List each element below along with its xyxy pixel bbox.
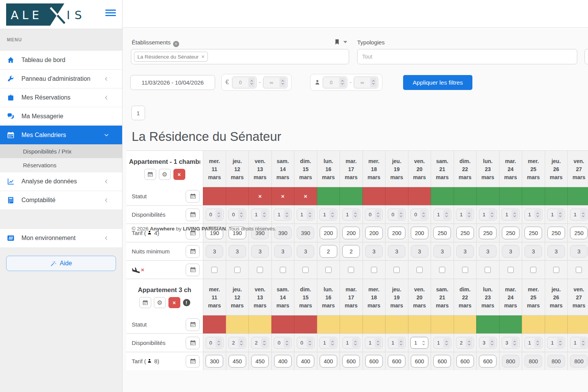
date-range-input[interactable]	[130, 75, 215, 90]
status-cell[interactable]	[203, 315, 226, 333]
extra-filter-input-cutoff[interactable]	[585, 49, 588, 64]
availability-spinner[interactable]: 0	[206, 337, 224, 349]
availability-spinner[interactable]: 0	[410, 209, 428, 220]
rate-input[interactable]: 200	[342, 227, 360, 239]
no-arrival-checkbox[interactable]	[325, 267, 332, 273]
no-arrival-checkbox[interactable]	[576, 267, 582, 273]
min-nights-input[interactable]: 3	[388, 245, 405, 258]
min-nights-input[interactable]: 3	[206, 245, 223, 258]
status-cell[interactable]	[226, 187, 249, 205]
spinner-arrows-icon[interactable]	[466, 210, 472, 219]
rate-input[interactable]: 390	[274, 227, 292, 239]
status-cell[interactable]	[385, 315, 408, 333]
availability-spinner[interactable]: 1	[456, 209, 474, 220]
spinner-arrows-icon[interactable]	[329, 210, 336, 219]
spinner-arrows-icon[interactable]	[339, 78, 346, 87]
spinner-arrows-icon[interactable]	[261, 338, 268, 348]
sidebar-item-0[interactable]: Tableau de bord	[0, 51, 122, 69]
availability-spinner[interactable]: 1	[433, 209, 451, 220]
spinner-arrows-icon[interactable]	[329, 338, 336, 348]
spinner-arrows-icon[interactable]	[261, 210, 268, 219]
status-cell[interactable]	[317, 315, 340, 333]
rate-input[interactable]: 200	[365, 227, 383, 239]
no-arrival-checkbox[interactable]	[280, 267, 286, 273]
spinner-arrows-icon[interactable]	[238, 338, 245, 348]
min-nights-input[interactable]: 3	[456, 245, 474, 258]
rate-input[interactable]: 450	[251, 355, 269, 368]
spinner-arrows-icon[interactable]	[370, 78, 377, 87]
rate-input[interactable]: 250	[502, 227, 519, 239]
status-cell[interactable]	[385, 187, 408, 205]
status-cell[interactable]: ×	[294, 187, 317, 205]
row-calendar-button[interactable]	[186, 190, 200, 203]
no-arrival-checkbox[interactable]	[371, 267, 377, 273]
rate-input[interactable]: 200	[388, 227, 405, 239]
spinner-arrows-icon[interactable]	[557, 210, 564, 219]
availability-spinner[interactable]: 1	[524, 209, 542, 220]
spinner-arrows-icon[interactable]	[398, 338, 404, 348]
status-cell[interactable]	[499, 315, 522, 333]
sidebar-item-1[interactable]: Panneau d'administration	[0, 69, 122, 88]
sidebar-item-8[interactable]: Comptabilité	[0, 191, 122, 209]
availability-spinner[interactable]: 1	[570, 337, 588, 349]
pagination-page-1[interactable]: 1	[131, 106, 145, 120]
availability-spinner[interactable]: 1	[433, 337, 451, 349]
rate-input[interactable]: 600	[411, 355, 428, 368]
min-nights-input[interactable]: 2	[342, 245, 360, 258]
spinner-arrows-icon[interactable]	[466, 338, 472, 348]
spinner-arrows-icon[interactable]	[580, 338, 586, 348]
status-cell[interactable]: ×	[248, 187, 271, 205]
spinner-arrows-icon[interactable]	[580, 210, 586, 219]
apartment-close-button[interactable]: ×	[173, 169, 185, 180]
spinner-arrows-icon[interactable]	[443, 338, 450, 348]
spinner-arrows-icon[interactable]	[307, 210, 313, 219]
alexis-logo[interactable]: ALE IS	[6, 3, 83, 27]
spinner-arrows-icon[interactable]	[489, 210, 495, 219]
apartment-settings-button[interactable]: ⚙	[154, 297, 166, 308]
status-cell[interactable]	[203, 187, 226, 205]
spinner-arrows-icon[interactable]	[420, 338, 427, 348]
rate-input[interactable]: 200	[320, 227, 337, 239]
status-cell[interactable]	[476, 187, 499, 205]
sidebar-item-9[interactable]: Mon environnement	[0, 229, 122, 247]
availability-spinner[interactable]: 1	[479, 209, 497, 220]
rate-input[interactable]: 250	[570, 227, 588, 239]
sidebar-item-4[interactable]: Mes Calendriers	[0, 126, 122, 144]
min-nights-input[interactable]: 3	[502, 245, 519, 258]
apartment-calendar-button[interactable]	[144, 169, 156, 180]
row-calendar-button[interactable]	[186, 245, 200, 258]
availability-spinner[interactable]: 1	[251, 209, 269, 220]
sidebar-subitem-6[interactable]: Réservations	[0, 158, 122, 172]
availability-spinner[interactable]: 3	[501, 337, 519, 349]
min-nights-input[interactable]: 3	[274, 245, 292, 258]
min-nights-input[interactable]: 3	[365, 245, 383, 258]
availability-spinner[interactable]: 1	[547, 337, 565, 349]
help-button[interactable]: Aide	[6, 256, 116, 271]
status-cell[interactable]	[567, 315, 588, 333]
rate-input[interactable]: 250	[433, 227, 451, 239]
spinner-arrows-icon[interactable]	[284, 210, 290, 219]
availability-spinner[interactable]: 1	[501, 209, 519, 220]
availability-spinner[interactable]: 1	[547, 209, 565, 220]
spinner-arrows-icon[interactable]	[511, 210, 518, 219]
status-cell[interactable]: ×	[271, 187, 294, 205]
establishments-input[interactable]: La Résidence du Sénateur ×	[131, 49, 349, 64]
availability-spinner[interactable]: 1	[342, 337, 360, 349]
spinner-arrows-icon[interactable]	[398, 210, 404, 219]
spinner-arrows-icon[interactable]	[248, 78, 255, 87]
min-nights-input[interactable]: 3	[524, 245, 542, 258]
availability-spinner[interactable]: 0	[228, 209, 246, 220]
availability-spinner[interactable]: 1	[524, 337, 542, 349]
spinner-arrows-icon[interactable]	[511, 338, 518, 348]
min-nights-input[interactable]: 3	[479, 245, 497, 258]
remove-chip-icon[interactable]: ×	[201, 54, 204, 60]
rate-input[interactable]: 800	[524, 355, 542, 368]
status-cell[interactable]	[545, 315, 568, 333]
status-cell[interactable]	[567, 187, 588, 205]
spinner-arrows-icon[interactable]	[352, 338, 359, 348]
min-nights-input[interactable]: 3	[229, 245, 246, 258]
no-arrival-checkbox[interactable]	[234, 267, 240, 273]
row-calendar-button[interactable]	[186, 355, 200, 368]
availability-spinner[interactable]: 1	[410, 337, 428, 349]
sidebar-item-7[interactable]: Analyse de données	[0, 172, 122, 191]
